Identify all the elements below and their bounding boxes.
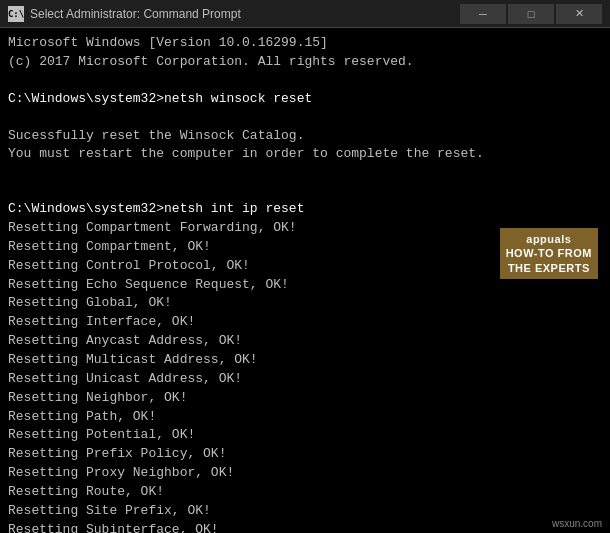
window-controls: ─ □ ✕ <box>460 4 602 24</box>
terminal-line: Resetting Unicast Address, OK! <box>8 370 602 389</box>
terminal-line <box>8 182 602 200</box>
watermark: appuals HOW-TO FROM THE EXPERTS <box>500 228 598 279</box>
terminal-line: Resetting Neighbor, OK! <box>8 389 602 408</box>
maximize-button[interactable]: □ <box>508 4 554 24</box>
terminal-line <box>8 164 602 182</box>
terminal-content: Microsoft Windows [Version 10.0.16299.15… <box>8 34 602 533</box>
terminal-line: Resetting Route, OK! <box>8 483 602 502</box>
watermark-line1: appuals <box>506 232 592 246</box>
terminal-line: (c) 2017 Microsoft Corporation. All righ… <box>8 53 602 72</box>
terminal-line: Sucessfully reset the Winsock Catalog. <box>8 127 602 146</box>
terminal-line: Resetting Global, OK! <box>8 294 602 313</box>
terminal-line: Resetting Proxy Neighbor, OK! <box>8 464 602 483</box>
terminal-line: Resetting Interface, OK! <box>8 313 602 332</box>
terminal-area: Microsoft Windows [Version 10.0.16299.15… <box>0 28 610 533</box>
watermark-line2: HOW-TO FROM <box>506 246 592 260</box>
brand-bar: wsxun.com <box>552 518 602 529</box>
title-bar: C:\ Select Administrator: Command Prompt… <box>0 0 610 28</box>
terminal-line: Resetting Path, OK! <box>8 408 602 427</box>
terminal-line: Resetting Anycast Address, OK! <box>8 332 602 351</box>
cmd-icon: C:\ <box>8 6 24 22</box>
watermark-line3: THE EXPERTS <box>506 261 592 275</box>
terminal-line: You must restart the computer in order t… <box>8 145 602 164</box>
terminal-line: Resetting Subinterface, OK! <box>8 521 602 533</box>
terminal-line <box>8 109 602 127</box>
terminal-line: Microsoft Windows [Version 10.0.16299.15… <box>8 34 602 53</box>
minimize-button[interactable]: ─ <box>460 4 506 24</box>
terminal-line: Resetting Potential, OK! <box>8 426 602 445</box>
terminal-line: C:\Windows\system32>netsh winsock reset <box>8 90 602 109</box>
terminal-line <box>8 72 602 90</box>
close-button[interactable]: ✕ <box>556 4 602 24</box>
terminal-line: C:\Windows\system32>netsh int ip reset <box>8 200 602 219</box>
terminal-line: Resetting Multicast Address, OK! <box>8 351 602 370</box>
terminal-line: Resetting Prefix Policy, OK! <box>8 445 602 464</box>
terminal-line: Resetting Site Prefix, OK! <box>8 502 602 521</box>
window-title: Select Administrator: Command Prompt <box>30 7 454 21</box>
